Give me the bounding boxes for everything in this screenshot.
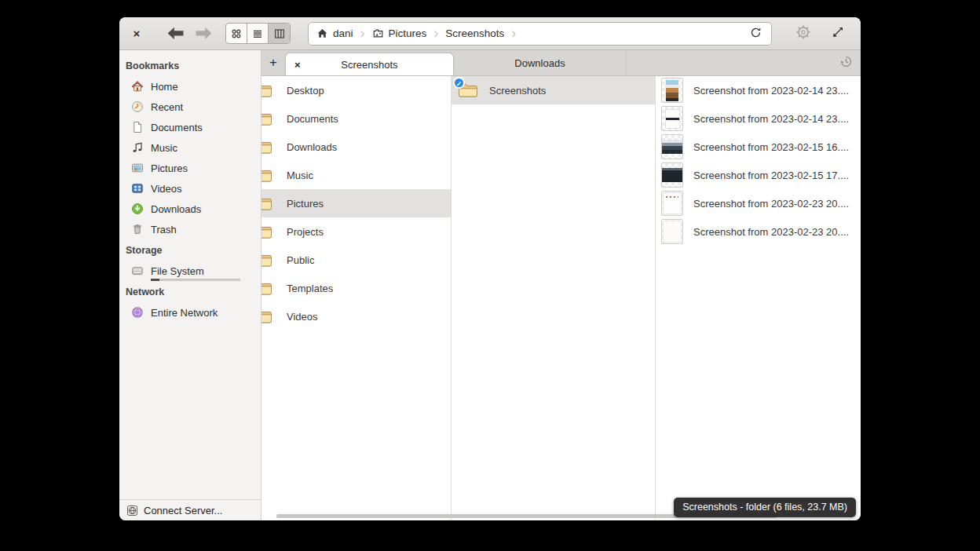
tab-screenshots[interactable]: ×Screenshots (285, 53, 454, 75)
breadcrumb-item-pictures[interactable]: Pictures (372, 27, 427, 39)
file-name: Screenshot from 2023-02-15 16.... (693, 141, 849, 153)
folder-row-documents[interactable]: Documents (261, 104, 451, 133)
breadcrumb: dani›Pictures›Screenshots› (316, 25, 743, 42)
settings-gear-icon (795, 24, 812, 44)
file-thumbnail (661, 134, 683, 159)
pictures-icon (131, 162, 144, 174)
tab-downloads[interactable]: Downloads (454, 50, 627, 75)
file-row[interactable]: Screenshot from 2023-02-15 17.... (656, 161, 861, 189)
folder-row-public[interactable]: Public (261, 246, 451, 274)
disk-icon (131, 265, 144, 277)
downloads-icon (131, 203, 144, 215)
tab-close-icon[interactable]: × (294, 59, 301, 71)
folder-info-tooltip: Screenshots - folder (6 files, 23.7 MB) (674, 498, 856, 517)
document-icon (131, 121, 144, 133)
plus-icon: + (269, 55, 277, 71)
file-row[interactable]: Screenshot from 2023-02-14 23.... (656, 76, 861, 104)
column-view-button[interactable] (269, 24, 290, 43)
folder-icon (261, 166, 272, 184)
sidebar-item-trash[interactable]: Trash (119, 219, 261, 239)
forward-button[interactable] (195, 27, 213, 40)
new-tab-button[interactable]: + (261, 50, 285, 75)
sidebar-section-bookmarks: Bookmarks (119, 55, 261, 76)
folder-row-desktop[interactable]: Desktop (261, 76, 451, 104)
path-bar: dani›Pictures›Screenshots› (308, 22, 772, 46)
sidebar-item-pictures[interactable]: Pictures (119, 158, 261, 178)
file-row[interactable]: Screenshot from 2023-02-23 20.... (656, 189, 861, 217)
folder-row-downloads[interactable]: Downloads (261, 133, 451, 161)
file-row[interactable]: Screenshot from 2023-02-14 23.... (656, 104, 861, 133)
sidebar-item-videos[interactable]: Videos (119, 178, 261, 199)
expand-icon (831, 25, 845, 42)
folder-icon (261, 195, 272, 212)
list-view-icon (251, 27, 264, 40)
file-thumbnail (661, 78, 683, 103)
view-switcher (225, 23, 291, 44)
file-row[interactable]: Screenshot from 2023-02-23 20.... (656, 217, 861, 246)
music-icon (131, 141, 144, 154)
sidebar-item-music[interactable]: Music (119, 137, 261, 158)
folder-row-music[interactable]: Music (261, 161, 451, 189)
sidebar-section-storage: Storage (119, 239, 261, 261)
grid-view-button[interactable] (226, 24, 247, 43)
file-row[interactable]: Screenshot from 2023-02-15 16.... (656, 133, 861, 161)
network-icon (131, 306, 144, 319)
breadcrumb-separator-icon: › (433, 25, 438, 42)
breadcrumb-separator-icon: › (511, 25, 516, 42)
settings-button[interactable] (792, 23, 814, 45)
close-icon: × (133, 27, 141, 40)
refresh-icon (749, 26, 762, 42)
file-name: Screenshot from 2023-02-14 23.... (693, 113, 849, 125)
sidebar-item-home[interactable]: Home (119, 76, 261, 97)
back-arrow-icon (166, 27, 185, 40)
nav-buttons (166, 27, 213, 40)
sidebar: BookmarksHomeRecentDocumentsMusicPicture… (119, 50, 261, 520)
forward-arrow-icon (195, 27, 213, 40)
image-crumb-icon (372, 27, 384, 39)
sidebar-item-entire-network[interactable]: Entire Network (119, 302, 261, 323)
column-screenshots-files: Screenshot from 2023-02-14 23....Screens… (656, 76, 861, 520)
window-body: BookmarksHomeRecentDocumentsMusicPicture… (119, 50, 861, 520)
file-name: Screenshot from 2023-02-23 20.... (693, 226, 849, 238)
window-close-button[interactable]: × (127, 24, 146, 43)
sidebar-item-file-system[interactable]: File System (119, 261, 261, 281)
folder-icon (261, 223, 272, 240)
file-name: Screenshot from 2023-02-14 23.... (693, 85, 849, 97)
sidebar-item-downloads[interactable]: Downloads (119, 199, 261, 219)
refresh-button[interactable] (743, 23, 768, 45)
folder-row-screenshots[interactable]: ✓Screenshots (452, 76, 655, 104)
tooltip-text: Screenshots - folder (6 files, 23.7 MB) (682, 502, 847, 513)
column-home: DesktopDocumentsDownloadsMusicPicturesPr… (261, 76, 452, 520)
folder-row-projects[interactable]: Projects (261, 217, 451, 246)
breadcrumb-item-dani[interactable]: dani (316, 27, 353, 39)
folder-icon (261, 82, 272, 99)
videos-icon (131, 182, 144, 195)
history-icon (839, 54, 854, 72)
breadcrumb-item-screenshots[interactable]: Screenshots (445, 27, 504, 39)
sidebar-section-network: Network (119, 281, 261, 302)
sidebar-item-recent[interactable]: Recent (119, 97, 261, 117)
content-area: + ×ScreenshotsDownloads DesktopDocuments… (261, 50, 861, 520)
folder-icon (261, 138, 272, 155)
home-crumb-icon (316, 27, 328, 39)
connect-server-button[interactable]: Connect Server... (119, 499, 261, 520)
connect-server-icon (126, 505, 138, 516)
sidebar-item-documents[interactable]: Documents (119, 117, 261, 137)
column-pictures: ✓Screenshots (452, 76, 656, 520)
grid-view-icon (230, 27, 243, 40)
history-button[interactable] (839, 50, 854, 75)
disk-usage-bar (151, 279, 240, 281)
folder-icon: ✓ (458, 82, 478, 99)
folder-row-templates[interactable]: Templates (261, 274, 451, 302)
sidebar-sections: BookmarksHomeRecentDocumentsMusicPicture… (119, 55, 261, 323)
folder-row-pictures[interactable]: Pictures (261, 189, 451, 217)
folder-icon (261, 251, 272, 268)
desktop-background: × dani›Pictu (0, 0, 980, 551)
folder-icon (261, 308, 272, 325)
back-button[interactable] (166, 27, 185, 40)
column-view-icon (273, 27, 286, 40)
folder-row-videos[interactable]: Videos (261, 302, 451, 330)
fullscreen-button[interactable] (828, 24, 848, 44)
list-view-button[interactable] (247, 24, 269, 43)
file-name: Screenshot from 2023-02-23 20.... (693, 198, 849, 210)
